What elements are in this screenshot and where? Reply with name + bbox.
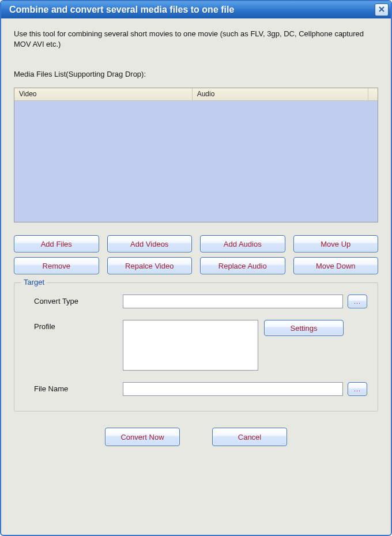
replace-audio-button[interactable]: Replace Audio — [200, 257, 285, 274]
profile-controls: Settings — [123, 320, 367, 371]
target-legend: Target — [21, 278, 47, 286]
cancel-button[interactable]: Cancel — [212, 428, 287, 446]
column-header-end — [368, 88, 378, 100]
target-groupbox: Target Convert Type ... Profile Settings… — [14, 282, 378, 412]
move-down-button[interactable]: Move Down — [293, 257, 379, 274]
file-name-row: File Name ... — [25, 382, 367, 396]
add-videos-button[interactable]: Add Videos — [107, 235, 193, 252]
file-name-label: File Name — [25, 382, 123, 393]
dialog-footer: Convert Now Cancel — [14, 428, 378, 451]
file-name-input[interactable] — [123, 382, 343, 396]
add-audios-button[interactable]: Add Audios — [200, 235, 285, 252]
media-list-label: Media Files List(Supporting Drag Drop): — [14, 70, 378, 78]
profile-textarea[interactable] — [123, 320, 258, 371]
action-button-grid: Add Files Add Videos Add Audios Move Up … — [14, 235, 378, 274]
move-up-button[interactable]: Move Up — [293, 235, 379, 252]
remove-button[interactable]: Remove — [14, 257, 99, 274]
list-header: Video Audio — [14, 88, 378, 101]
window-title: Combine and convert several media files … — [9, 5, 375, 15]
list-body[interactable] — [14, 101, 378, 222]
add-files-button[interactable]: Add Files — [14, 235, 99, 252]
convert-now-button[interactable]: Convert Now — [105, 428, 180, 446]
profile-row: Profile Settings — [25, 320, 367, 371]
replace-video-button[interactable]: Repalce Video — [107, 257, 193, 274]
convert-type-label: Convert Type — [25, 295, 123, 305]
column-header-video[interactable]: Video — [14, 88, 193, 100]
close-icon — [378, 6, 385, 14]
intro-text: Use this tool for combining several shor… — [14, 29, 378, 49]
dialog-body: Use this tool for combining several shor… — [1, 18, 391, 535]
profile-label: Profile — [25, 320, 123, 331]
convert-type-row: Convert Type ... — [25, 295, 367, 308]
column-header-audio[interactable]: Audio — [193, 88, 368, 100]
close-button[interactable] — [375, 3, 389, 16]
browse-file-name-button[interactable]: ... — [348, 382, 367, 396]
media-file-list[interactable]: Video Audio — [14, 88, 378, 222]
settings-button-wrap: Settings — [264, 320, 344, 371]
titlebar: Combine and convert several media files … — [1, 1, 391, 18]
settings-button[interactable]: Settings — [264, 320, 344, 336]
dialog-window: Combine and convert several media files … — [0, 0, 392, 536]
convert-type-input[interactable] — [123, 295, 343, 308]
browse-convert-type-button[interactable]: ... — [348, 295, 367, 308]
